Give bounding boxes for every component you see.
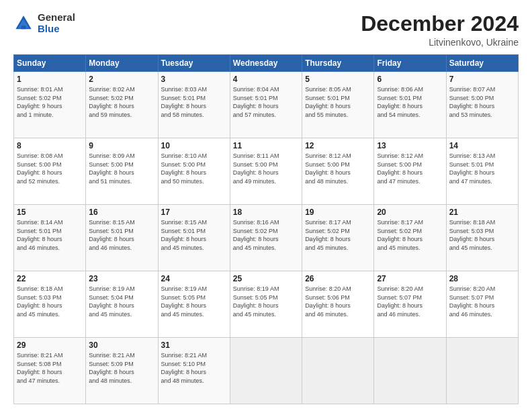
day-number: 26 — [305, 274, 371, 283]
day-number: 7 — [449, 75, 515, 84]
day-info: Sunrise: 8:19 AM Sunset: 5:05 PM Dayligh… — [233, 285, 299, 318]
table-row: 29Sunrise: 8:21 AM Sunset: 5:08 PM Dayli… — [14, 338, 86, 404]
day-info: Sunrise: 8:09 AM Sunset: 5:00 PM Dayligh… — [89, 152, 154, 185]
day-number: 4 — [233, 75, 299, 84]
table-row: 20Sunrise: 8:17 AM Sunset: 5:02 PM Dayli… — [374, 205, 446, 271]
table-row: 17Sunrise: 8:15 AM Sunset: 5:01 PM Dayli… — [158, 205, 230, 271]
table-row: 3Sunrise: 8:03 AM Sunset: 5:01 PM Daylig… — [158, 72, 230, 138]
calendar-week-row: 22Sunrise: 8:18 AM Sunset: 5:03 PM Dayli… — [14, 271, 519, 338]
header-friday: Friday — [374, 55, 446, 72]
day-number: 30 — [89, 340, 154, 350]
day-info: Sunrise: 8:21 AM Sunset: 5:08 PM Dayligh… — [17, 351, 83, 385]
table-row — [302, 338, 374, 404]
table-row: 13Sunrise: 8:12 AM Sunset: 5:00 PM Dayli… — [374, 138, 446, 205]
day-number: 12 — [305, 141, 371, 150]
day-number: 9 — [89, 141, 154, 150]
header-saturday: Saturday — [446, 55, 518, 72]
svg-rect-2 — [21, 26, 26, 29]
table-row: 15Sunrise: 8:14 AM Sunset: 5:01 PM Dayli… — [14, 205, 86, 271]
day-info: Sunrise: 8:20 AM Sunset: 5:07 PM Dayligh… — [449, 285, 515, 318]
day-info: Sunrise: 8:15 AM Sunset: 5:01 PM Dayligh… — [89, 218, 154, 252]
day-info: Sunrise: 8:12 AM Sunset: 5:00 PM Dayligh… — [305, 152, 371, 185]
day-number: 17 — [161, 208, 227, 217]
day-number: 18 — [233, 208, 299, 217]
table-row: 25Sunrise: 8:19 AM Sunset: 5:05 PM Dayli… — [230, 271, 302, 338]
table-row: 4Sunrise: 8:04 AM Sunset: 5:01 PM Daylig… — [230, 72, 302, 138]
day-info: Sunrise: 8:13 AM Sunset: 5:01 PM Dayligh… — [449, 152, 515, 185]
day-number: 20 — [377, 208, 443, 217]
table-row: 26Sunrise: 8:20 AM Sunset: 5:06 PM Dayli… — [302, 271, 374, 338]
table-row: 16Sunrise: 8:15 AM Sunset: 5:01 PM Dayli… — [86, 205, 158, 271]
logo-blue-label: Blue — [38, 24, 75, 35]
day-number: 11 — [233, 141, 299, 150]
calendar-week-row: 8Sunrise: 8:08 AM Sunset: 5:00 PM Daylig… — [14, 138, 519, 205]
table-row: 9Sunrise: 8:09 AM Sunset: 5:00 PM Daylig… — [86, 138, 158, 205]
day-info: Sunrise: 8:06 AM Sunset: 5:01 PM Dayligh… — [377, 85, 443, 119]
header-monday: Monday — [86, 55, 158, 72]
day-info: Sunrise: 8:03 AM Sunset: 5:01 PM Dayligh… — [161, 85, 227, 119]
logo-general-label: General — [38, 12, 75, 24]
table-row — [446, 338, 518, 404]
table-row: 10Sunrise: 8:10 AM Sunset: 5:00 PM Dayli… — [158, 138, 230, 205]
logo-icon — [13, 13, 34, 34]
day-number: 15 — [17, 208, 83, 217]
day-info: Sunrise: 8:18 AM Sunset: 5:03 PM Dayligh… — [449, 218, 515, 252]
header-tuesday: Tuesday — [158, 55, 230, 72]
table-row: 18Sunrise: 8:16 AM Sunset: 5:02 PM Dayli… — [230, 205, 302, 271]
day-info: Sunrise: 8:05 AM Sunset: 5:01 PM Dayligh… — [305, 85, 371, 119]
day-info: Sunrise: 8:01 AM Sunset: 5:02 PM Dayligh… — [17, 85, 83, 119]
day-info: Sunrise: 8:04 AM Sunset: 5:01 PM Dayligh… — [233, 85, 299, 119]
table-row: 27Sunrise: 8:20 AM Sunset: 5:07 PM Dayli… — [374, 271, 446, 338]
day-number: 3 — [161, 75, 227, 84]
table-row: 6Sunrise: 8:06 AM Sunset: 5:01 PM Daylig… — [374, 72, 446, 138]
calendar-table: Sunday Monday Tuesday Wednesday Thursday… — [13, 54, 519, 404]
table-row: 28Sunrise: 8:20 AM Sunset: 5:07 PM Dayli… — [446, 271, 518, 338]
day-info: Sunrise: 8:02 AM Sunset: 5:02 PM Dayligh… — [89, 85, 154, 119]
header-sunday: Sunday — [14, 55, 86, 72]
table-row: 5Sunrise: 8:05 AM Sunset: 5:01 PM Daylig… — [302, 72, 374, 138]
table-row: 12Sunrise: 8:12 AM Sunset: 5:00 PM Dayli… — [302, 138, 374, 205]
day-info: Sunrise: 8:18 AM Sunset: 5:03 PM Dayligh… — [17, 285, 83, 318]
day-number: 14 — [449, 141, 515, 150]
calendar-week-row: 29Sunrise: 8:21 AM Sunset: 5:08 PM Dayli… — [14, 338, 519, 404]
table-row: 7Sunrise: 8:07 AM Sunset: 5:00 PM Daylig… — [446, 72, 518, 138]
logo: General Blue — [13, 12, 75, 34]
day-info: Sunrise: 8:17 AM Sunset: 5:02 PM Dayligh… — [377, 218, 443, 252]
day-info: Sunrise: 8:20 AM Sunset: 5:07 PM Dayligh… — [377, 285, 443, 318]
calendar-page: General Blue December 2024 Litvinenkovo,… — [0, 0, 532, 411]
logo-text: General Blue — [38, 12, 75, 34]
day-number: 2 — [89, 75, 154, 84]
table-row: 8Sunrise: 8:08 AM Sunset: 5:00 PM Daylig… — [14, 138, 86, 205]
day-number: 24 — [161, 274, 227, 283]
day-info: Sunrise: 8:17 AM Sunset: 5:02 PM Dayligh… — [305, 218, 371, 252]
title-block: December 2024 Litvinenkovo, Ukraine — [361, 12, 519, 48]
header-thursday: Thursday — [302, 55, 374, 72]
table-row: 2Sunrise: 8:02 AM Sunset: 5:02 PM Daylig… — [86, 72, 158, 138]
day-info: Sunrise: 8:10 AM Sunset: 5:00 PM Dayligh… — [161, 152, 227, 185]
day-number: 6 — [377, 75, 443, 84]
day-info: Sunrise: 8:12 AM Sunset: 5:00 PM Dayligh… — [377, 152, 443, 185]
day-info: Sunrise: 8:14 AM Sunset: 5:01 PM Dayligh… — [17, 218, 83, 252]
table-row: 19Sunrise: 8:17 AM Sunset: 5:02 PM Dayli… — [302, 205, 374, 271]
day-number: 28 — [449, 274, 515, 283]
day-info: Sunrise: 8:21 AM Sunset: 5:09 PM Dayligh… — [89, 351, 154, 385]
day-info: Sunrise: 8:08 AM Sunset: 5:00 PM Dayligh… — [17, 152, 83, 185]
day-number: 19 — [305, 208, 371, 217]
day-number: 29 — [17, 340, 83, 350]
table-row: 23Sunrise: 8:19 AM Sunset: 5:04 PM Dayli… — [86, 271, 158, 338]
header: General Blue December 2024 Litvinenkovo,… — [13, 12, 519, 48]
day-info: Sunrise: 8:21 AM Sunset: 5:10 PM Dayligh… — [161, 351, 227, 385]
day-info: Sunrise: 8:07 AM Sunset: 5:00 PM Dayligh… — [449, 85, 515, 119]
month-title: December 2024 — [361, 12, 519, 36]
day-number: 1 — [17, 75, 83, 84]
day-number: 5 — [305, 75, 371, 84]
calendar-week-row: 1Sunrise: 8:01 AM Sunset: 5:02 PM Daylig… — [14, 72, 519, 138]
day-number: 31 — [161, 340, 227, 350]
table-row: 11Sunrise: 8:11 AM Sunset: 5:00 PM Dayli… — [230, 138, 302, 205]
day-number: 16 — [89, 208, 154, 217]
table-row: 22Sunrise: 8:18 AM Sunset: 5:03 PM Dayli… — [14, 271, 86, 338]
day-info: Sunrise: 8:11 AM Sunset: 5:00 PM Dayligh… — [233, 152, 299, 185]
table-row: 21Sunrise: 8:18 AM Sunset: 5:03 PM Dayli… — [446, 205, 518, 271]
day-number: 25 — [233, 274, 299, 283]
table-row: 31Sunrise: 8:21 AM Sunset: 5:10 PM Dayli… — [158, 338, 230, 404]
